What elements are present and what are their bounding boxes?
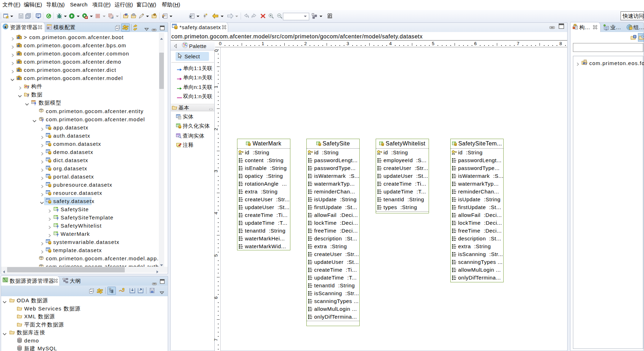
svg-text:?: ? xyxy=(56,209,58,212)
svg-text:?: ? xyxy=(56,225,58,228)
svg-text:?: ? xyxy=(642,35,644,38)
svg-text:?: ? xyxy=(56,233,58,236)
svg-text:?: ? xyxy=(27,86,29,89)
svg-text:?: ? xyxy=(42,118,44,122)
svg-text:?: ? xyxy=(585,62,587,65)
svg-text:?: ? xyxy=(56,217,58,220)
svg-text:?: ? xyxy=(34,102,36,106)
svg-text:?: ? xyxy=(27,94,29,97)
